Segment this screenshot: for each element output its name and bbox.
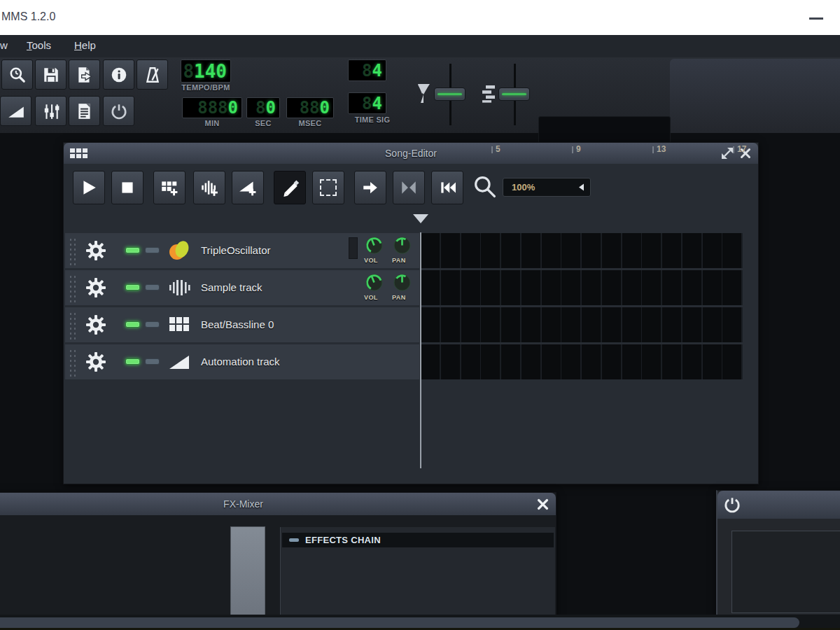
metronome-button[interactable] [136,59,168,90]
bowtie-icon [400,178,418,197]
effects-chain-label: EFFECTS CHAIN [305,535,381,545]
fx-mixer-window: FX-Mixer EFFECTS CHAIN [0,492,556,616]
project-notes-icon [76,102,94,120]
song-editor-toggle-button[interactable] [0,96,31,126]
effects-chain-header[interactable]: EFFECTS CHAIN [282,533,554,547]
add-automation-track-icon [238,178,258,197]
recently-opened-button[interactable] [1,59,33,90]
mute-led[interactable] [125,284,140,290]
mute-led[interactable] [125,358,140,365]
main-toolbar: 8140 TEMPO/BPM 8880 MIN 80 SEC 880 MSEC … [0,57,840,133]
edit-mode-button[interactable] [312,171,344,204]
fx-mixer-titlebar[interactable]: FX-Mixer [0,493,556,515]
zoom-level-dropdown[interactable]: 100% [503,178,591,197]
track-name[interactable]: Automation track [201,356,280,368]
tripleoscillator-icon [169,239,190,262]
track-name[interactable]: Sample track [201,281,262,293]
timeline-tick [652,146,654,153]
gear-icon[interactable] [85,314,107,336]
gear-icon[interactable] [85,351,107,373]
volume-wedge-icon [7,102,25,120]
playhead-line [420,232,421,468]
tempo-display[interactable]: 8140 [181,59,231,83]
export-button[interactable] [69,59,100,90]
fx-mixer-toggle-button[interactable] [35,96,66,126]
timesig-ghost: 8 [362,94,372,113]
slider-stripe [502,93,526,95]
timesig-denominator-display[interactable]: 84 [348,92,386,114]
save-button[interactable] [35,59,66,90]
fx-mixer-icon [42,102,60,120]
menu-tools[interactable]: Tools [27,39,51,51]
track-row[interactable]: Automation track [65,344,419,379]
track-grip-handle[interactable] [68,347,76,377]
timeline-bar-number: 9 [576,144,581,154]
stop-icon [118,178,136,197]
song-editor-toolbar: 100% [64,164,758,210]
solo-led[interactable] [145,247,160,253]
back-to-start-toggle-button[interactable] [393,171,425,204]
track-name[interactable]: TripleOscillator [201,244,270,256]
next-bar-button[interactable] [354,171,386,204]
mute-led[interactable] [125,321,140,328]
controller-rack-toggle-button[interactable] [103,96,134,126]
project-info-button[interactable] [103,59,134,90]
song-editor-titlebar[interactable]: Song-Editor [64,143,758,164]
volume-knob[interactable] [365,273,384,292]
track-row[interactable]: Beat/Bassline 0 [65,307,419,342]
timesig-label: TIME SIG [341,115,404,124]
track-name[interactable]: Beat/Bassline 0 [201,318,274,330]
add-sample-track-button[interactable] [193,171,225,204]
song-grid[interactable] [421,233,743,382]
menu-view-partial[interactable]: w [0,39,8,51]
close-icon[interactable] [537,498,549,510]
rewind-button[interactable] [431,171,463,204]
msec-value: 0 [320,98,330,118]
solo-led[interactable] [145,321,160,328]
project-notes-button[interactable] [69,96,100,126]
dropdown-arrow-icon[interactable] [572,178,590,196]
draw-mode-button[interactable] [274,171,306,204]
add-beat-bassline-icon [160,178,179,197]
solo-led[interactable] [145,358,160,365]
timeline-bar-number: 17 [737,144,746,154]
track-row[interactable]: TripleOscillator VOL PAN [65,233,419,268]
play-button[interactable] [73,171,105,204]
gear-icon[interactable] [85,239,107,262]
rewind-icon [438,178,456,197]
add-automation-track-button[interactable] [232,171,264,204]
solo-led[interactable] [145,284,160,290]
pan-knob[interactable] [393,273,412,292]
fx-mixer-title: FX-Mixer [0,498,556,510]
pencil-icon [280,178,300,197]
window-title: MMS 1.2.0 [1,10,55,23]
master-pitch-slider[interactable] [498,88,530,101]
pan-knob[interactable] [393,236,412,255]
mute-led[interactable] [125,247,140,253]
minimize-button[interactable] [809,18,823,20]
timeline[interactable] [421,214,743,232]
volume-knob[interactable] [365,236,384,255]
add-bb-track-button[interactable] [153,171,186,204]
controller-rack-titlebar[interactable] [718,491,840,519]
gear-icon[interactable] [85,276,107,299]
master-channel-fader[interactable] [230,526,265,617]
horizontal-scrollbar[interactable] [0,617,799,628]
playhead-marker[interactable] [413,214,428,224]
track-grip-handle[interactable] [68,273,76,302]
effects-chain-led[interactable] [289,538,299,542]
arrow-right-icon [361,178,379,197]
vol-label: VOL [364,257,378,264]
effects-chain-panel: EFFECTS CHAIN [280,527,555,617]
track-grip-handle[interactable] [68,236,76,265]
restore-icon[interactable] [722,148,733,159]
tempo-value: 140 [194,61,227,82]
menu-help[interactable]: Help [74,39,96,51]
track-row[interactable]: Sample track VOL PAN [65,270,419,305]
timesig-numerator-display[interactable]: 84 [348,59,386,81]
stop-button[interactable] [111,171,144,204]
master-volume-slider[interactable] [434,88,465,101]
controller-knob-icon [723,495,741,514]
play-icon [80,178,98,197]
track-grip-handle[interactable] [68,310,76,340]
